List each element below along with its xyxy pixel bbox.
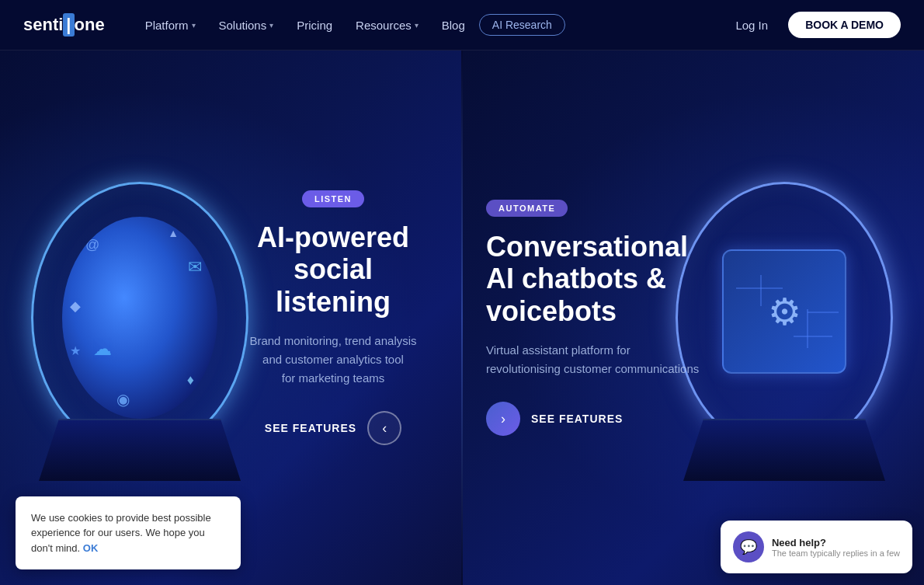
automate-cta-label: SEE FEATURES (531, 413, 623, 425)
floating-icons: @ ✉ ◆ ☁ ♦ ▲ ★ ◉ (62, 217, 217, 419)
arrow-right-icon: › (501, 411, 505, 427)
listen-cta-label: SEE FEATURES (265, 422, 356, 434)
logo-text2: one (75, 15, 105, 35)
nav-item-resources[interactable]: Resources ▾ (346, 14, 428, 37)
social-icon-5: ♦ (187, 372, 194, 388)
circuit-stand (683, 419, 885, 481)
nav-right: Log In BOOK A DEMO (728, 12, 901, 38)
circuit-line (736, 287, 783, 289)
login-button[interactable]: Log In (728, 14, 776, 37)
chat-widget[interactable]: 💬 Need help? The team typically replies … (721, 521, 912, 573)
circuit-core: ⚙ (722, 249, 846, 374)
cookie-banner: We use cookies to provide best possible … (16, 496, 241, 570)
panel-automate: AUTOMATE ConversationalAI chatbots &voic… (463, 50, 924, 585)
automate-title: ConversationalAI chatbots &voicebots (486, 231, 703, 327)
site-logo[interactable]: senti|one (23, 13, 105, 37)
automate-badge: AUTOMATE (486, 200, 568, 217)
listen-title: AI-poweredsocial listening (236, 221, 430, 318)
content-automate: AUTOMATE ConversationalAI chatbots &voic… (463, 184, 711, 451)
social-icon-6: ▲ (168, 227, 179, 239)
circuit-line (807, 309, 808, 348)
circuit-lines (724, 251, 845, 372)
chat-text-area: Need help? The team typically replies in… (772, 537, 900, 558)
chat-need-help: Need help? (772, 537, 900, 548)
circuit-line (760, 275, 762, 306)
nav-item-solutions[interactable]: Solutions ▾ (210, 14, 283, 37)
sphere-core: @ ✉ ◆ ☁ ♦ ▲ ★ ◉ (62, 217, 217, 419)
chat-subtext: The team typically replies in a few (772, 548, 900, 558)
navbar: senti|one Platform ▾ Solutions ▾ Pricing… (0, 0, 924, 50)
nav-item-blog[interactable]: Blog (432, 14, 474, 37)
nav-links: Platform ▾ Solutions ▾ Pricing Resources… (136, 14, 728, 37)
automate-cta-button[interactable]: › (486, 402, 520, 436)
logo-text: senti (23, 15, 63, 35)
nav-item-platform[interactable]: Platform ▾ (136, 14, 205, 37)
social-icon-2: ✉ (188, 257, 202, 277)
automate-cta[interactable]: › SEE FEATURES (486, 402, 703, 436)
cookie-text: We use cookies to provide best possible … (31, 510, 225, 556)
circuit-line (794, 336, 832, 337)
nav-item-pricing[interactable]: Pricing (287, 14, 342, 37)
automate-subtitle: Virtual assistant platform for revolutio… (486, 341, 703, 378)
chevron-down-icon: ▾ (415, 21, 419, 30)
chevron-down-icon: ▾ (192, 21, 196, 30)
social-icon-8: ◉ (116, 390, 130, 409)
sphere-stand (39, 419, 241, 481)
social-icon-7: ★ (70, 343, 81, 358)
sphere-listen: @ ✉ ◆ ☁ ♦ ▲ ★ ◉ (16, 155, 264, 481)
listen-cta-button[interactable]: ‹ (367, 411, 401, 445)
nav-ai-research-button[interactable]: AI Research (479, 14, 565, 36)
circuit-line (808, 312, 839, 313)
chevron-down-icon: ▾ (269, 21, 273, 30)
listen-cta[interactable]: SEE FEATURES ‹ (236, 411, 430, 445)
chat-icon: 💬 (733, 531, 764, 562)
social-icon-3: ◆ (70, 298, 81, 315)
arrow-left-icon: ‹ (382, 420, 387, 437)
cookie-ok-button[interactable]: OK (83, 542, 99, 554)
listen-subtitle: Brand monitoring, trend analysisand cust… (236, 332, 430, 388)
logo-highlight: | (63, 13, 74, 37)
book-demo-button[interactable]: BOOK A DEMO (788, 12, 901, 38)
content-listen: LISTEN AI-poweredsocial listening Brand … (228, 175, 461, 461)
social-icon-1: @ (85, 237, 99, 253)
social-icon-4: ☁ (93, 338, 112, 360)
listen-badge: LISTEN (302, 190, 364, 207)
